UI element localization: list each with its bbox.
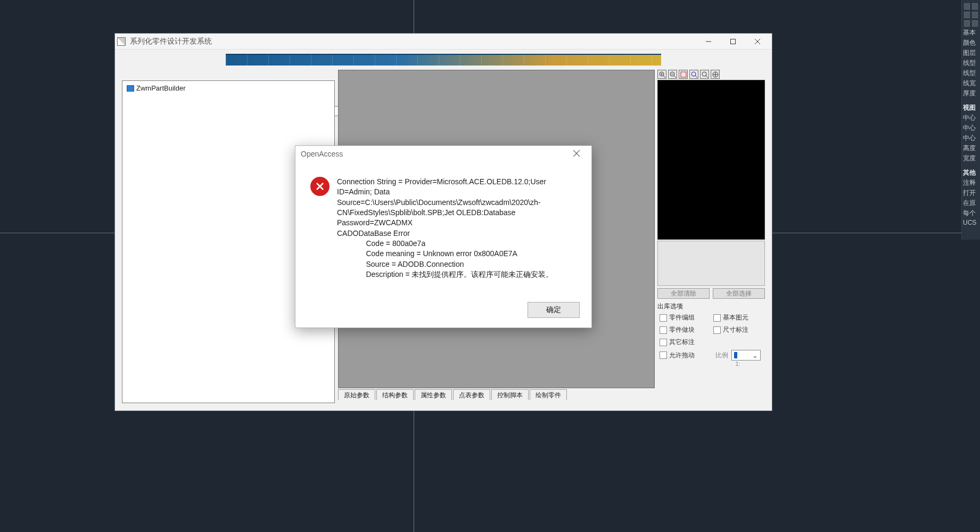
chk-label: 基本图元 bbox=[723, 313, 748, 322]
chk-label: 尺寸标注 bbox=[723, 325, 748, 334]
palette-icon[interactable] bbox=[972, 20, 978, 27]
palette-icon[interactable] bbox=[964, 20, 970, 27]
chevron-down-icon: ⌄ bbox=[752, 351, 758, 359]
chk-label: 其它标注 bbox=[669, 338, 695, 347]
chk-label: 零件做块 bbox=[669, 325, 695, 334]
error-icon bbox=[310, 177, 330, 196]
selection-buttons: 全部清除 全部选择 bbox=[657, 288, 765, 299]
palette-icon[interactable] bbox=[972, 3, 978, 10]
dialog-titlebar: OpenAccess bbox=[295, 146, 591, 162]
zoom-window-icon[interactable] bbox=[679, 70, 688, 79]
svg-point-14 bbox=[702, 72, 706, 76]
error-message: Connection String = Provider=Microsoft.A… bbox=[337, 177, 581, 300]
export-options: 零件编组 基本图元 零件做块 尺寸标注 其它标注 允许拖动 比例 ⌄ bbox=[657, 313, 765, 361]
palette-item[interactable]: 每个 bbox=[962, 208, 980, 218]
palette-icons-row1 bbox=[962, 2, 980, 11]
tab-attr-params[interactable]: 属性参数 bbox=[415, 389, 452, 400]
palette-icon[interactable] bbox=[972, 12, 978, 18]
dialog-body: Connection String = Provider=Microsoft.A… bbox=[295, 162, 591, 300]
palette-item[interactable]: 中心 bbox=[962, 133, 980, 143]
properties-palette: 基本 颜色 图层 线型 线型 线宽 厚度 视图 中心 中心 中心 高度 宽度 其… bbox=[961, 0, 980, 240]
chk-part-block[interactable]: 零件做块 bbox=[660, 325, 709, 334]
window-title: 系列化零件设计开发系统 bbox=[130, 37, 212, 46]
tab-draw-part[interactable]: 绘制零件 bbox=[530, 389, 567, 400]
palette-item[interactable]: 线宽 bbox=[962, 78, 980, 88]
zoom-toolbar bbox=[657, 70, 765, 79]
dialog-title: OpenAccess bbox=[301, 150, 343, 158]
zoom-all-icon[interactable] bbox=[711, 70, 720, 79]
palette-item[interactable]: UCS bbox=[962, 218, 980, 227]
ok-button[interactable]: 确定 bbox=[528, 302, 580, 318]
zoom-out-icon[interactable] bbox=[668, 70, 677, 79]
palette-item[interactable]: 图层 bbox=[962, 48, 980, 58]
palette-icon[interactable] bbox=[964, 3, 970, 10]
maximize-button[interactable] bbox=[721, 34, 745, 50]
zoom-extents-icon[interactable] bbox=[689, 70, 698, 79]
palette-section-view: 视图 bbox=[962, 103, 980, 113]
palette-item[interactable]: 基本 bbox=[962, 28, 980, 38]
dialog-close-button[interactable] bbox=[567, 150, 586, 158]
error-dialog: OpenAccess Connection String = Provider=… bbox=[295, 145, 592, 328]
chk-part-group[interactable]: 零件编组 bbox=[660, 313, 709, 322]
window-titlebar: 系列化零件设计开发系统 bbox=[115, 34, 772, 50]
tree-root[interactable]: ZwmPartBuilder bbox=[127, 84, 330, 92]
dialog-footer: 确定 bbox=[295, 300, 591, 328]
tab-script[interactable]: 控制脚本 bbox=[491, 389, 529, 400]
svg-rect-1 bbox=[731, 39, 736, 44]
close-button[interactable] bbox=[745, 34, 770, 50]
ratio-select[interactable]: ⌄ bbox=[731, 350, 761, 361]
tab-raw-params[interactable]: 原始参数 bbox=[338, 389, 375, 400]
minimize-button[interactable] bbox=[696, 34, 721, 50]
svg-line-5 bbox=[663, 76, 665, 78]
clear-all-button[interactable]: 全部清除 bbox=[657, 288, 710, 299]
export-section-label: 出库选项 bbox=[657, 302, 765, 311]
palette-icon[interactable] bbox=[964, 12, 970, 18]
chk-dim-annotation[interactable]: 尺寸标注 bbox=[713, 325, 763, 334]
tree-node-icon bbox=[127, 85, 134, 92]
svg-line-9 bbox=[674, 76, 676, 78]
palette-icons-row2 bbox=[962, 11, 980, 19]
palette-item[interactable]: 在原 bbox=[962, 198, 980, 208]
palette-item[interactable]: 中心 bbox=[962, 113, 980, 123]
select-all-button[interactable]: 全部选择 bbox=[713, 288, 765, 299]
chk-label: 允许拖动 bbox=[669, 351, 695, 360]
chk-label: 零件编组 bbox=[669, 313, 695, 322]
chk-other-annotation[interactable]: 其它标注 bbox=[660, 338, 709, 347]
palette-item[interactable]: 高度 bbox=[962, 143, 980, 153]
tab-struct-params[interactable]: 结构参数 bbox=[376, 389, 414, 400]
palette-item[interactable]: 注释 bbox=[962, 178, 980, 188]
palette-item[interactable]: 打开 bbox=[962, 188, 980, 198]
palette-item[interactable]: 宽度 bbox=[962, 153, 980, 163]
bottom-tabs: 原始参数 结构参数 属性参数 点表参数 控制脚本 绘制零件 bbox=[338, 389, 567, 400]
right-pane: 全部清除 全部选择 出库选项 零件编组 基本图元 零件做块 尺寸标注 其它标注 … bbox=[657, 70, 765, 403]
svg-rect-11 bbox=[681, 72, 686, 77]
palette-item[interactable]: 中心 bbox=[962, 123, 980, 133]
palette-icons-row3 bbox=[962, 19, 980, 28]
zoom-in-icon[interactable] bbox=[657, 70, 666, 79]
header-banner bbox=[226, 54, 661, 66]
palette-item[interactable]: 颜色 bbox=[962, 38, 980, 48]
palette-section-other: 其他 bbox=[962, 168, 980, 178]
svg-line-15 bbox=[706, 76, 708, 78]
ratio-subtext: 1: bbox=[711, 361, 765, 367]
tree-root-label: ZwmPartBuilder bbox=[136, 84, 185, 92]
palette-item[interactable]: 线型 bbox=[962, 58, 980, 68]
preview-thumbnail[interactable] bbox=[657, 80, 765, 240]
palette-item[interactable]: 厚度 bbox=[962, 88, 980, 99]
pan-icon[interactable] bbox=[700, 70, 709, 79]
tab-point-params[interactable]: 点表参数 bbox=[453, 389, 490, 400]
preview-list[interactable] bbox=[657, 241, 765, 286]
chk-basic-entity[interactable]: 基本图元 bbox=[713, 313, 763, 322]
chk-allow-drag[interactable]: 允许拖动 bbox=[660, 350, 709, 361]
svg-point-12 bbox=[691, 72, 696, 76]
app-icon bbox=[117, 37, 126, 46]
ratio-label: 比例 bbox=[715, 351, 728, 360]
svg-line-13 bbox=[695, 76, 697, 78]
palette-item[interactable]: 线型 bbox=[962, 68, 980, 78]
